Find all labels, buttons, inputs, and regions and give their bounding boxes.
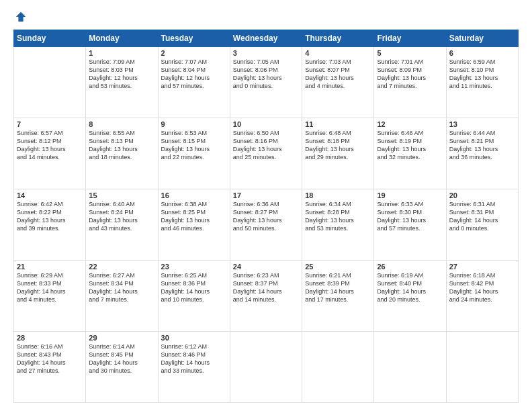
calendar-cell: 12Sunrise: 6:46 AM Sunset: 8:19 PM Dayli…: [374, 118, 446, 189]
day-info: Sunrise: 6:25 AM Sunset: 8:36 PM Dayligh…: [161, 271, 227, 304]
day-number: 26: [377, 263, 443, 271]
day-info: Sunrise: 6:36 AM Sunset: 8:27 PM Dayligh…: [233, 200, 299, 233]
day-info: Sunrise: 6:29 AM Sunset: 8:33 PM Dayligh…: [17, 271, 83, 304]
logo-icon: [15, 11, 27, 23]
day-number: 2: [161, 49, 227, 57]
day-info: Sunrise: 7:09 AM Sunset: 8:03 PM Dayligh…: [89, 58, 154, 91]
calendar-header-monday: Monday: [86, 30, 158, 47]
day-number: 11: [305, 120, 371, 128]
day-info: Sunrise: 6:44 AM Sunset: 8:21 PM Dayligh…: [449, 129, 515, 162]
calendar-cell: [374, 332, 446, 403]
day-info: Sunrise: 6:55 AM Sunset: 8:13 PM Dayligh…: [89, 129, 154, 162]
day-info: Sunrise: 6:40 AM Sunset: 8:24 PM Dayligh…: [89, 200, 154, 233]
day-number: 7: [17, 120, 83, 128]
day-info: Sunrise: 6:33 AM Sunset: 8:30 PM Dayligh…: [377, 200, 443, 233]
day-number: 12: [377, 120, 443, 128]
calendar-cell: 16Sunrise: 6:38 AM Sunset: 8:25 PM Dayli…: [158, 189, 230, 261]
day-info: Sunrise: 6:50 AM Sunset: 8:16 PM Dayligh…: [233, 129, 299, 162]
day-number: 16: [161, 191, 227, 199]
day-info: Sunrise: 6:59 AM Sunset: 8:10 PM Dayligh…: [449, 58, 515, 91]
calendar-table: SundayMondayTuesdayWednesdayThursdayFrid…: [13, 30, 519, 403]
day-info: Sunrise: 6:27 AM Sunset: 8:34 PM Dayligh…: [89, 271, 154, 304]
day-number: 23: [161, 263, 227, 271]
day-number: 21: [17, 263, 83, 271]
calendar-header-sunday: Sunday: [14, 30, 86, 47]
calendar-cell: 11Sunrise: 6:48 AM Sunset: 8:18 PM Dayli…: [302, 118, 374, 189]
day-number: 30: [161, 334, 227, 342]
calendar-cell: [446, 332, 518, 403]
day-info: Sunrise: 7:07 AM Sunset: 8:04 PM Dayligh…: [161, 58, 227, 91]
day-number: 3: [233, 49, 299, 57]
svg-marker-0: [16, 12, 26, 21]
day-number: 9: [161, 120, 227, 128]
day-info: Sunrise: 6:48 AM Sunset: 8:18 PM Dayligh…: [305, 129, 371, 162]
calendar-cell: 19Sunrise: 6:33 AM Sunset: 8:30 PM Dayli…: [374, 189, 446, 261]
day-info: Sunrise: 6:16 AM Sunset: 8:43 PM Dayligh…: [17, 342, 83, 375]
day-number: 10: [233, 120, 299, 128]
day-number: 5: [377, 49, 443, 57]
day-number: 27: [449, 263, 515, 271]
day-number: 22: [89, 263, 154, 271]
page: SundayMondayTuesdayWednesdayThursdayFrid…: [0, 0, 532, 411]
calendar-cell: [302, 332, 374, 403]
calendar-cell: 8Sunrise: 6:55 AM Sunset: 8:13 PM Daylig…: [86, 118, 158, 189]
calendar-cell: 5Sunrise: 7:01 AM Sunset: 8:09 PM Daylig…: [374, 47, 446, 118]
calendar-cell: 13Sunrise: 6:44 AM Sunset: 8:21 PM Dayli…: [446, 118, 518, 189]
calendar-cell: 3Sunrise: 7:05 AM Sunset: 8:06 PM Daylig…: [230, 47, 302, 118]
calendar-header-tuesday: Tuesday: [158, 30, 230, 47]
day-info: Sunrise: 6:53 AM Sunset: 8:15 PM Dayligh…: [161, 129, 227, 162]
day-number: 15: [89, 191, 154, 199]
calendar-week-row: 21Sunrise: 6:29 AM Sunset: 8:33 PM Dayli…: [14, 261, 519, 332]
day-info: Sunrise: 7:01 AM Sunset: 8:09 PM Dayligh…: [377, 58, 443, 91]
calendar-week-row: 28Sunrise: 6:16 AM Sunset: 8:43 PM Dayli…: [14, 332, 519, 403]
calendar-cell: 21Sunrise: 6:29 AM Sunset: 8:33 PM Dayli…: [14, 261, 86, 332]
day-number: 20: [449, 191, 515, 199]
day-number: 25: [305, 263, 371, 271]
day-info: Sunrise: 6:31 AM Sunset: 8:31 PM Dayligh…: [449, 200, 515, 233]
day-number: 1: [89, 49, 154, 57]
day-info: Sunrise: 6:21 AM Sunset: 8:39 PM Dayligh…: [305, 271, 371, 304]
day-number: 24: [233, 263, 299, 271]
day-info: Sunrise: 7:03 AM Sunset: 8:07 PM Dayligh…: [305, 58, 371, 91]
calendar-cell: 27Sunrise: 6:18 AM Sunset: 8:42 PM Dayli…: [446, 261, 518, 332]
calendar-cell: 26Sunrise: 6:19 AM Sunset: 8:40 PM Dayli…: [374, 261, 446, 332]
day-info: Sunrise: 7:05 AM Sunset: 8:06 PM Dayligh…: [233, 58, 299, 91]
calendar-cell: 1Sunrise: 7:09 AM Sunset: 8:03 PM Daylig…: [86, 47, 158, 118]
day-info: Sunrise: 6:19 AM Sunset: 8:40 PM Dayligh…: [377, 271, 443, 304]
calendar-cell: 30Sunrise: 6:12 AM Sunset: 8:46 PM Dayli…: [158, 332, 230, 403]
calendar-cell: 20Sunrise: 6:31 AM Sunset: 8:31 PM Dayli…: [446, 189, 518, 261]
calendar-cell: 2Sunrise: 7:07 AM Sunset: 8:04 PM Daylig…: [158, 47, 230, 118]
calendar-cell: [14, 47, 86, 118]
calendar-cell: 28Sunrise: 6:16 AM Sunset: 8:43 PM Dayli…: [14, 332, 86, 403]
day-number: 13: [449, 120, 515, 128]
day-info: Sunrise: 6:57 AM Sunset: 8:12 PM Dayligh…: [17, 129, 83, 162]
day-info: Sunrise: 6:38 AM Sunset: 8:25 PM Dayligh…: [161, 200, 227, 233]
calendar-cell: 18Sunrise: 6:34 AM Sunset: 8:28 PM Dayli…: [302, 189, 374, 261]
day-number: 29: [89, 334, 154, 342]
logo: [13, 11, 27, 23]
day-number: 6: [449, 49, 515, 57]
day-number: 17: [233, 191, 299, 199]
calendar-cell: 23Sunrise: 6:25 AM Sunset: 8:36 PM Dayli…: [158, 261, 230, 332]
day-info: Sunrise: 6:14 AM Sunset: 8:45 PM Dayligh…: [89, 342, 154, 375]
calendar-cell: 14Sunrise: 6:42 AM Sunset: 8:22 PM Dayli…: [14, 189, 86, 261]
calendar-cell: 25Sunrise: 6:21 AM Sunset: 8:39 PM Dayli…: [302, 261, 374, 332]
calendar-header-saturday: Saturday: [446, 30, 518, 47]
calendar-cell: 6Sunrise: 6:59 AM Sunset: 8:10 PM Daylig…: [446, 47, 518, 118]
calendar-cell: 10Sunrise: 6:50 AM Sunset: 8:16 PM Dayli…: [230, 118, 302, 189]
calendar-cell: 7Sunrise: 6:57 AM Sunset: 8:12 PM Daylig…: [14, 118, 86, 189]
day-info: Sunrise: 6:42 AM Sunset: 8:22 PM Dayligh…: [17, 200, 83, 233]
calendar-cell: 15Sunrise: 6:40 AM Sunset: 8:24 PM Dayli…: [86, 189, 158, 261]
day-info: Sunrise: 6:46 AM Sunset: 8:19 PM Dayligh…: [377, 129, 443, 162]
calendar-header-friday: Friday: [374, 30, 446, 47]
calendar-cell: 22Sunrise: 6:27 AM Sunset: 8:34 PM Dayli…: [86, 261, 158, 332]
calendar-header-wednesday: Wednesday: [230, 30, 302, 47]
calendar-cell: 9Sunrise: 6:53 AM Sunset: 8:15 PM Daylig…: [158, 118, 230, 189]
calendar-cell: [230, 332, 302, 403]
day-number: 14: [17, 191, 83, 199]
calendar-cell: 24Sunrise: 6:23 AM Sunset: 8:37 PM Dayli…: [230, 261, 302, 332]
day-number: 19: [377, 191, 443, 199]
day-info: Sunrise: 6:34 AM Sunset: 8:28 PM Dayligh…: [305, 200, 371, 233]
calendar-week-row: 1Sunrise: 7:09 AM Sunset: 8:03 PM Daylig…: [14, 47, 519, 118]
calendar-cell: 29Sunrise: 6:14 AM Sunset: 8:45 PM Dayli…: [86, 332, 158, 403]
